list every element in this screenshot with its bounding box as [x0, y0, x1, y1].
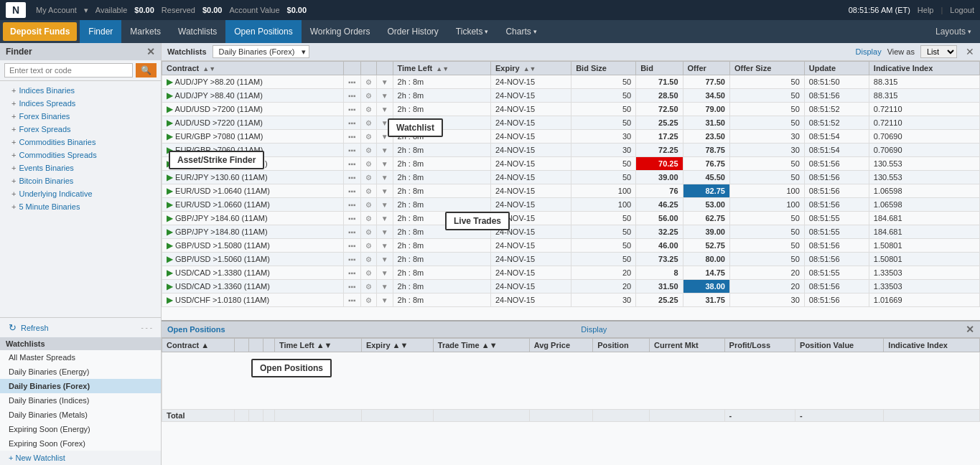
finder-nav-5min-binaries[interactable]: + 5 Minute Binaries: [0, 200, 161, 213]
offer[interactable]: 31.75: [683, 293, 729, 307]
open-positions-button[interactable]: Open Positions: [225, 20, 301, 43]
down-arrow-icon[interactable]: ▼: [381, 201, 388, 209]
settings-icon[interactable]: ⚙: [365, 228, 372, 236]
col-offer-size[interactable]: Offer Size: [729, 62, 804, 75]
search-button[interactable]: 🔍: [136, 63, 157, 78]
finder-nav-commodities-spreads[interactable]: + Commodities Spreads: [0, 149, 161, 161]
bid[interactable]: 70.25: [636, 157, 683, 171]
finder-nav-forex-spreads[interactable]: + Forex Spreads: [0, 123, 161, 136]
bar-chart-icon[interactable]: ▪▪▪: [348, 215, 356, 222]
down-arrow-icon[interactable]: ▼: [381, 283, 388, 291]
col-expiry[interactable]: Expiry ▲▼: [491, 62, 571, 75]
settings-icon[interactable]: ⚙: [365, 146, 372, 154]
finder-nav-events-binaries[interactable]: + Events Binaries: [0, 161, 161, 174]
bid[interactable]: 31.50: [636, 280, 683, 293]
open-positions-close-button[interactable]: ✕: [966, 324, 974, 335]
bid[interactable]: 25.25: [636, 116, 683, 130]
col-time-left[interactable]: Time Left ▲▼: [393, 62, 490, 75]
watchlist-item-energy[interactable]: Daily Binaries (Energy): [0, 365, 161, 379]
watchlists-button[interactable]: Watchlists: [169, 20, 225, 43]
settings-icon[interactable]: ⚙: [365, 119, 372, 127]
logout-link[interactable]: Logout: [950, 6, 974, 14]
settings-icon[interactable]: ⚙: [365, 174, 372, 182]
col-update[interactable]: Update: [804, 62, 869, 75]
down-arrow-icon[interactable]: ▼: [381, 146, 388, 154]
offer[interactable]: 39.00: [683, 225, 729, 239]
markets-button[interactable]: Markets: [121, 20, 169, 43]
bar-chart-icon[interactable]: ▪▪▪: [348, 146, 356, 154]
watchlist-item-expiring-energy[interactable]: Expiring Soon (Energy): [0, 422, 161, 436]
op-col-expiry[interactable]: Expiry ▲▼: [361, 339, 433, 352]
op-col-current-mkt[interactable]: Current Mkt: [650, 339, 724, 352]
settings-icon[interactable]: ⚙: [365, 78, 372, 86]
bar-chart-icon[interactable]: ▪▪▪: [348, 296, 356, 304]
bar-chart-icon[interactable]: ▪▪▪: [348, 255, 356, 263]
offer[interactable]: 78.75: [683, 144, 729, 157]
op-col-position[interactable]: Position: [593, 339, 650, 352]
down-arrow-icon[interactable]: ▼: [381, 78, 388, 86]
finder-nav-forex-binaries[interactable]: + Forex Binaries: [0, 110, 161, 123]
offer[interactable]: 52.75: [683, 239, 729, 253]
op-col-indicative-index[interactable]: Indicative Index: [884, 339, 980, 352]
finder-button[interactable]: Finder: [80, 20, 121, 43]
offer[interactable]: 80.00: [683, 253, 729, 266]
settings-icon[interactable]: ⚙: [365, 133, 372, 141]
op-col-trade-time[interactable]: Trade Time ▲▼: [433, 339, 529, 352]
bid[interactable]: 32.25: [636, 225, 683, 239]
bar-chart-icon[interactable]: ▪▪▪: [348, 228, 356, 236]
watchlist-item-forex[interactable]: Daily Binaries (Forex): [0, 379, 161, 393]
bid[interactable]: 46.25: [636, 198, 683, 212]
offer[interactable]: 45.50: [683, 171, 729, 184]
settings-icon[interactable]: ⚙: [365, 296, 372, 304]
finder-nav-commodities-binaries[interactable]: + Commodities Binaries: [0, 136, 161, 149]
offer[interactable]: 62.75: [683, 212, 729, 225]
down-arrow-icon[interactable]: ▼: [381, 92, 388, 100]
watchlist-item-all-master[interactable]: All Master Spreads: [0, 350, 161, 365]
col-contract[interactable]: Contract ▲▼: [162, 62, 344, 75]
settings-icon[interactable]: ⚙: [365, 160, 372, 168]
tickets-button[interactable]: Tickets ▾: [447, 20, 498, 43]
bar-chart-icon[interactable]: ▪▪▪: [348, 269, 356, 277]
bid[interactable]: 72.50: [636, 103, 683, 116]
finder-close-button[interactable]: ✕: [146, 46, 155, 57]
down-arrow-icon[interactable]: ▼: [381, 228, 388, 236]
op-col-time-left[interactable]: Time Left ▲▼: [274, 339, 361, 352]
offer[interactable]: 34.50: [683, 89, 729, 103]
col-offer[interactable]: Offer: [683, 62, 729, 75]
bid[interactable]: 46.00: [636, 239, 683, 253]
bid[interactable]: 73.25: [636, 253, 683, 266]
bar-chart-icon[interactable]: ▪▪▪: [348, 78, 356, 86]
working-orders-button[interactable]: Working Orders: [302, 20, 379, 43]
bar-chart-icon[interactable]: ▪▪▪: [348, 187, 356, 195]
bar-chart-icon[interactable]: ▪▪▪: [348, 105, 356, 113]
op-col-profit-loss[interactable]: Profit/Loss: [724, 339, 795, 352]
settings-icon[interactable]: ⚙: [365, 215, 372, 222]
deposit-funds-button[interactable]: Deposit Funds: [3, 22, 77, 41]
bid[interactable]: 17.25: [636, 130, 683, 144]
bar-chart-icon[interactable]: ▪▪▪: [348, 92, 356, 100]
down-arrow-icon[interactable]: ▼: [381, 269, 388, 277]
down-arrow-icon[interactable]: ▼: [381, 187, 388, 195]
watchlist-table-scroll[interactable]: Contract ▲▼ Time Left ▲▼ Expiry ▲▼ Bid S…: [162, 61, 980, 320]
bid[interactable]: 25.25: [636, 293, 683, 307]
watchlist-item-metals[interactable]: Daily Binaries (Metals): [0, 408, 161, 422]
settings-icon[interactable]: ⚙: [365, 201, 372, 209]
bar-chart-icon[interactable]: ▪▪▪: [348, 201, 356, 209]
finder-nav-indices-spreads[interactable]: + Indices Spreads: [0, 97, 161, 110]
bar-chart-icon[interactable]: ▪▪▪: [348, 133, 356, 141]
down-arrow-icon[interactable]: ▼: [381, 296, 388, 304]
offer[interactable]: 79.00: [683, 103, 729, 116]
offer[interactable]: 76.75: [683, 157, 729, 171]
offer[interactable]: 38.00: [683, 280, 729, 293]
down-arrow-icon[interactable]: ▼: [381, 105, 388, 113]
bar-chart-icon[interactable]: ▪▪▪: [348, 283, 356, 291]
bar-chart-icon[interactable]: ▪▪▪: [348, 174, 356, 182]
down-arrow-icon[interactable]: ▼: [381, 119, 388, 127]
layouts-button[interactable]: Layouts ▾: [927, 20, 980, 43]
down-arrow-icon[interactable]: ▼: [381, 160, 388, 168]
offer[interactable]: 31.50: [683, 116, 729, 130]
down-arrow-icon[interactable]: ▼: [381, 174, 388, 182]
op-col-avg-price[interactable]: Avg Price: [529, 339, 593, 352]
settings-icon[interactable]: ⚙: [365, 242, 372, 250]
my-account-link[interactable]: My Account: [36, 6, 77, 14]
